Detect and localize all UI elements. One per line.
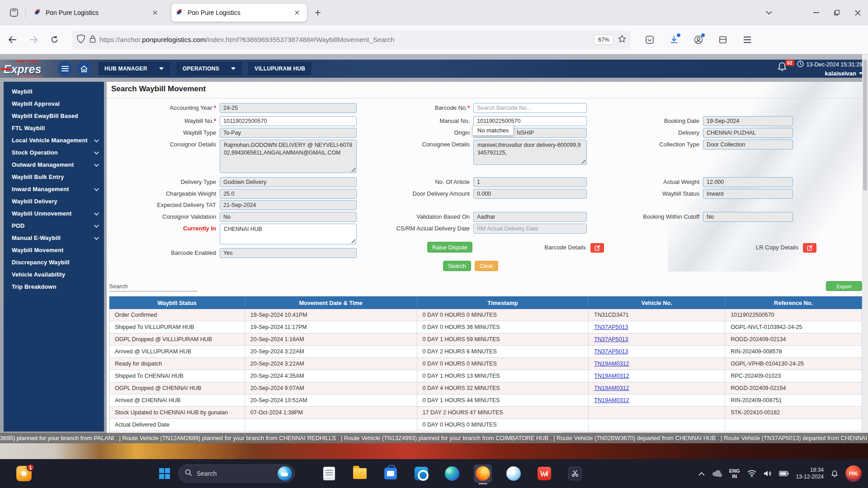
shield-icon[interactable] bbox=[77, 34, 85, 45]
module-dropdown[interactable]: OPERATIONS bbox=[177, 62, 241, 75]
vehicle-link[interactable]: TN19AM0312 bbox=[594, 385, 629, 391]
sidebar-item-waybill-ewaybill-based[interactable]: Waybill EwayBill Based bbox=[4, 110, 104, 122]
vertical-scrollbar-thumb[interactable] bbox=[863, 60, 867, 191]
waybill-no-input[interactable] bbox=[220, 116, 357, 126]
booking-date-field[interactable]: 19-Sep-2024 bbox=[703, 116, 793, 126]
role-dropdown[interactable]: HUB MANAGER bbox=[99, 62, 170, 75]
taskbar-app-wps[interactable] bbox=[535, 465, 553, 483]
wifi-icon[interactable] bbox=[747, 470, 756, 477]
notification-app-icon[interactable]: 1 bbox=[16, 466, 32, 481]
taskbar-app-firefox-active[interactable] bbox=[474, 465, 492, 483]
sidebar-item-outward-management[interactable]: Outward Management bbox=[4, 159, 104, 171]
vehicle-link[interactable]: TN37AP5013 bbox=[594, 324, 628, 330]
manual-no-input[interactable] bbox=[473, 116, 587, 126]
close-window-icon[interactable] bbox=[847, 4, 868, 22]
start-icon[interactable] bbox=[156, 465, 174, 483]
sidebar-item-local-vehicle-management[interactable]: Local Vehicle Management bbox=[4, 134, 104, 146]
forward-icon[interactable] bbox=[25, 32, 42, 48]
url-bar[interactable]: https://anchor.ponpurelogistics.com/inde… bbox=[72, 31, 631, 49]
vehicle-link[interactable]: TN19AM0312 bbox=[594, 361, 629, 367]
sidebar-item-ftl-waybill[interactable]: FTL Waybill bbox=[4, 122, 104, 134]
sidebar-item-waybill-bulk-entry[interactable]: Waybill Bulk Entry bbox=[4, 171, 104, 183]
clear-button[interactable]: Clear bbox=[475, 261, 498, 271]
reload-icon[interactable] bbox=[46, 32, 62, 48]
resize-grip-icon[interactable] bbox=[580, 158, 585, 164]
cloud-icon[interactable] bbox=[712, 470, 722, 477]
menu-icon[interactable] bbox=[740, 33, 755, 47]
new-tab-icon[interactable] bbox=[311, 5, 325, 20]
barcode-details-edit-icon[interactable] bbox=[590, 243, 604, 253]
validation-based-on-field[interactable]: Aadhar bbox=[473, 212, 587, 222]
vehicle-link[interactable]: TN37AP5013 bbox=[594, 348, 628, 355]
sidebar-item-trip-breakdown[interactable]: Trip Breakdown bbox=[4, 281, 104, 293]
hub-label[interactable]: VILLUPURAM HUB bbox=[249, 62, 311, 75]
lr-copy-details-edit-icon[interactable] bbox=[803, 243, 816, 253]
taskbar-app-outlook[interactable] bbox=[412, 465, 430, 483]
minimize-icon[interactable] bbox=[806, 4, 826, 22]
sidebar-item-stock-operation[interactable]: Stock Operation bbox=[4, 146, 104, 159]
sidebar-item-waybill-movement[interactable]: Waybill Movement bbox=[4, 244, 104, 256]
table-search-input[interactable] bbox=[109, 282, 198, 291]
maximize-icon[interactable] bbox=[826, 4, 847, 22]
csrm-actual-delivery-date-input[interactable] bbox=[473, 224, 587, 234]
star-icon[interactable] bbox=[618, 35, 626, 45]
battery-icon[interactable] bbox=[779, 471, 789, 476]
delivery-field[interactable]: CHENNAI PUZHAL bbox=[703, 128, 793, 138]
taskbar-app-store[interactable] bbox=[382, 465, 400, 483]
search-button[interactable]: Search bbox=[443, 261, 471, 271]
user-menu[interactable]: kalaiselvan bbox=[825, 70, 863, 77]
sidebar-item-pod[interactable]: POD bbox=[4, 220, 104, 232]
actual-weight-field[interactable]: 12.000 bbox=[703, 177, 793, 187]
consignor-validation-field[interactable]: No bbox=[220, 212, 357, 222]
waybill-status-field[interactable]: Inward bbox=[703, 189, 793, 199]
bell-icon[interactable] bbox=[831, 470, 838, 478]
booking-within-cutoff-field[interactable]: No bbox=[703, 212, 793, 222]
resize-grip-icon[interactable] bbox=[349, 166, 355, 172]
vehicle-link[interactable]: TN19AM0312 bbox=[594, 397, 629, 404]
sidebar-item-inward-management[interactable]: Inward Management bbox=[4, 183, 104, 195]
chevron-down-icon[interactable] bbox=[761, 5, 777, 20]
currently-in-textarea[interactable]: CHENNAI HUB bbox=[220, 224, 357, 244]
resize-grip-icon[interactable] bbox=[349, 237, 355, 243]
tab-2-active[interactable]: Pon Pure Logistics bbox=[171, 4, 307, 22]
accounting-year-field[interactable]: 24-25 bbox=[220, 103, 357, 113]
firefox-view-icon[interactable] bbox=[6, 5, 22, 20]
sidebar-item-waybill-approval[interactable]: Waybill Approval bbox=[4, 98, 104, 110]
url-text[interactable]: https://anchor.ponpurelogistics.com/inde… bbox=[99, 36, 590, 43]
sidebar-item-vehicle-availability[interactable]: Vehicle Availability bbox=[4, 268, 104, 281]
consignee-details-textarea[interactable]: manivel,thiruvallur door delivery-600099… bbox=[473, 140, 587, 165]
taskbar-app-file-explorer[interactable] bbox=[351, 465, 369, 483]
taskbar-app-browser[interactable] bbox=[505, 465, 523, 483]
chargeable-weight-field[interactable]: 25.0 bbox=[220, 189, 357, 199]
close-icon[interactable] bbox=[150, 7, 160, 18]
volume-icon[interactable] bbox=[764, 470, 772, 477]
sidebar-item-waybill-unmovement[interactable]: Waybill Unmovement bbox=[4, 207, 104, 220]
lock-icon[interactable] bbox=[90, 35, 96, 45]
sidebar-item-waybill-delivery[interactable]: Waybill Delivery bbox=[4, 195, 104, 207]
taskbar-app-edge[interactable] bbox=[443, 465, 461, 483]
sidebar-item-waybill[interactable]: Waybill bbox=[4, 85, 104, 98]
vehicle-link[interactable]: TN37AP5013 bbox=[594, 336, 628, 343]
chevron-up-icon[interactable] bbox=[698, 472, 705, 476]
consignor-details-textarea[interactable]: Rajmohan,GODOWN DELIVERY @ NEYVELI-60780… bbox=[220, 140, 357, 173]
zoom-indicator[interactable]: 67% bbox=[594, 35, 613, 45]
delivery-type-field[interactable]: Godown Delivery bbox=[220, 177, 357, 187]
download-icon[interactable] bbox=[667, 33, 681, 47]
account-icon[interactable] bbox=[691, 33, 706, 47]
collection-type-field[interactable]: Door Collection bbox=[703, 140, 793, 150]
vertical-scrollbar[interactable] bbox=[862, 54, 868, 432]
notifications-bell[interactable]: 62 bbox=[777, 61, 791, 76]
barcode-no-input[interactable] bbox=[473, 103, 587, 113]
back-icon[interactable] bbox=[5, 32, 21, 48]
pre-status-badge[interactable]: PRE bbox=[845, 465, 862, 482]
taskbar-app-snipping-tool[interactable] bbox=[566, 465, 584, 483]
door-delivery-amount-field[interactable]: 0.000 bbox=[473, 189, 587, 199]
export-excel-button[interactable]: Export Excel bbox=[826, 281, 862, 291]
extension-icon[interactable] bbox=[716, 33, 730, 47]
language-indicator[interactable]: ENGIN bbox=[729, 468, 740, 479]
vehicle-link[interactable]: TN19AM0312 bbox=[594, 373, 629, 379]
expected-delivery-tat-field[interactable]: 21-Sep-2024 bbox=[220, 200, 357, 210]
taskbar-search[interactable]: Search bbox=[178, 465, 295, 483]
hamburger-icon[interactable] bbox=[58, 61, 72, 76]
tab-1[interactable]: Pon Pure Logistics bbox=[29, 4, 165, 22]
